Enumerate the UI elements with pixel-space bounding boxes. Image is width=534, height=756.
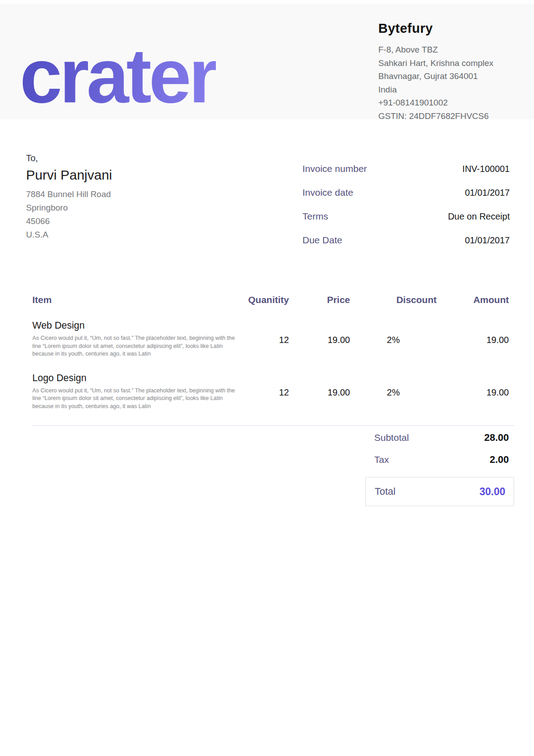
invoice-date-label: Invoice date [302, 187, 353, 198]
grand-total-value: 30.00 [479, 486, 505, 498]
item-quantity: 12 [243, 373, 289, 411]
table-row: Web Design As Cicero would put it, “Um, … [32, 320, 509, 358]
customer-address: 7884 Bunnel Hill Road Springboro 45066 U… [26, 188, 112, 242]
item-description: As Cicero would put it, “Um, not so fast… [32, 334, 238, 358]
item-amount: 19.00 [437, 373, 509, 411]
company-name: Bytefury [378, 21, 494, 36]
due-date-label: Due Date [302, 235, 342, 246]
customer-name: Purvi Panjvani [26, 167, 112, 183]
column-header-item: Item [32, 295, 243, 305]
due-date-row: Due Date 01/01/2017 [302, 235, 510, 259]
items-table: Item Quanitity Price Discount Amount Web… [32, 295, 509, 426]
terms-value: Due on Receipt [448, 211, 510, 222]
table-row: Logo Design As Cicero would put it, “Um,… [32, 373, 509, 411]
terms-label: Terms [302, 211, 328, 222]
item-cell: Logo Design As Cicero would put it, “Um,… [32, 373, 243, 411]
company-phone: +91-08141901002 [378, 96, 494, 110]
item-cell: Web Design As Cicero would put it, “Um, … [32, 320, 243, 358]
item-discount: 2% [350, 320, 437, 358]
grand-total-label: Total [375, 486, 395, 497]
customer-address-line: 45066 [26, 215, 112, 228]
item-discount: 2% [350, 373, 437, 411]
item-price: 19.00 [289, 320, 350, 358]
item-quantity: 12 [243, 320, 289, 358]
column-header-quantity: Quanitity [243, 295, 289, 305]
column-header-discount: Discount [350, 295, 437, 305]
subtotal-value: 28.00 [484, 432, 509, 444]
invoice-number-value: INV-100001 [462, 164, 510, 174]
item-amount: 19.00 [437, 320, 509, 358]
totals-block: Subtotal 28.00 Tax 2.00 [374, 432, 509, 476]
tax-row: Tax 2.00 [374, 454, 509, 466]
customer-address-line: Springboro [26, 201, 112, 215]
company-address-line: F-8, Above TBZ [378, 43, 494, 57]
bill-to-block: To, Purvi Panjvani 7884 Bunnel Hill Road… [26, 153, 112, 242]
subtotal-row: Subtotal 28.00 [374, 432, 509, 444]
item-name: Web Design [32, 320, 243, 331]
column-header-price: Price [289, 295, 350, 305]
company-block: Bytefury F-8, Above TBZ Sahkari Hart, Kr… [378, 21, 494, 123]
customer-address-line: U.S.A [26, 228, 112, 242]
invoice-number-label: Invoice number [302, 163, 367, 174]
item-name: Logo Design [32, 373, 243, 383]
column-header-amount: Amount [437, 295, 509, 305]
tax-label: Tax [374, 454, 389, 465]
items-table-header: Item Quanitity Price Discount Amount [32, 295, 509, 305]
company-address: F-8, Above TBZ Sahkari Hart, Krishna com… [378, 43, 494, 123]
invoice-number-row: Invoice number INV-100001 [302, 163, 510, 187]
header-band: crater Bytefury F-8, Above TBZ Sahkari H… [0, 4, 534, 119]
company-address-line: Sahkari Hart, Krishna complex [378, 57, 494, 70]
invoice-meta: Invoice number INV-100001 Invoice date 0… [302, 163, 510, 259]
invoice-page: crater Bytefury F-8, Above TBZ Sahkari H… [0, 0, 534, 756]
item-price: 19.00 [289, 373, 350, 411]
terms-row: Terms Due on Receipt [302, 211, 510, 235]
customer-address-line: 7884 Bunnel Hill Road [26, 188, 112, 201]
due-date-value: 01/01/2017 [465, 235, 510, 246]
grand-total-box: Total 30.00 [365, 477, 514, 506]
company-gstin: GSTIN: 24DDF7682FHVCS6 [378, 110, 494, 123]
company-address-line: India [378, 83, 494, 97]
item-description: As Cicero would put it, “Um, not so fast… [32, 387, 238, 411]
company-address-line: Bhavnagar, Gujrat 364001 [378, 70, 494, 83]
crater-logo: crater [20, 38, 216, 114]
table-bottom-divider [32, 425, 514, 426]
bill-to-label: To, [26, 153, 112, 163]
invoice-date-value: 01/01/2017 [465, 188, 510, 198]
subtotal-label: Subtotal [374, 432, 409, 443]
invoice-date-row: Invoice date 01/01/2017 [302, 187, 510, 211]
tax-value: 2.00 [490, 454, 509, 466]
